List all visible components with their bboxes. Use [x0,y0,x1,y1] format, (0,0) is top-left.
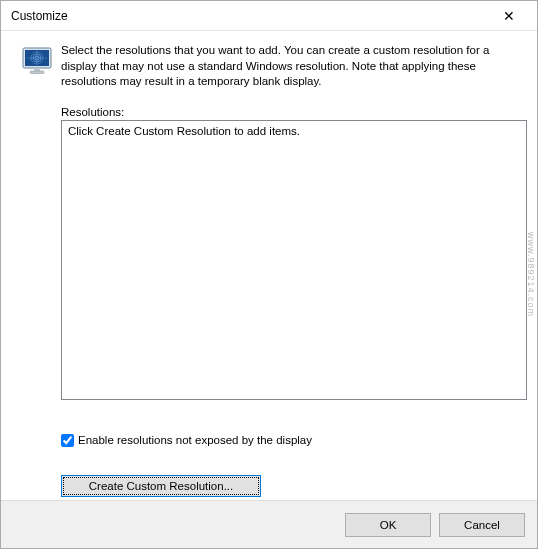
description-text: Select the resolutions that you want to … [61,43,517,90]
content-area: Select the resolutions that you want to … [1,31,537,497]
resolutions-label: Resolutions: [61,106,517,118]
titlebar: Customize ✕ [1,1,537,31]
cancel-button[interactable]: Cancel [439,513,525,537]
close-button[interactable]: ✕ [489,2,529,30]
enable-resolutions-row: Enable resolutions not exposed by the di… [61,434,517,447]
header-row: Select the resolutions that you want to … [21,43,517,90]
svg-rect-8 [30,71,44,74]
create-custom-resolution-button[interactable]: Create Custom Resolution... [61,475,261,497]
window-title: Customize [11,9,68,23]
monitor-icon [21,45,53,77]
customize-dialog: Customize ✕ Select the resolutions [0,0,538,549]
enable-resolutions-label[interactable]: Enable resolutions not exposed by the di… [78,434,312,446]
ok-button[interactable]: OK [345,513,431,537]
create-button-row: Create Custom Resolution... [61,475,517,497]
svg-rect-7 [34,68,40,71]
dialog-footer: OK Cancel [1,500,537,548]
resolutions-listbox[interactable]: Click Create Custom Resolution to add it… [61,120,527,400]
listbox-placeholder-text: Click Create Custom Resolution to add it… [68,125,300,137]
close-icon: ✕ [503,8,515,24]
enable-resolutions-checkbox[interactable] [61,434,74,447]
